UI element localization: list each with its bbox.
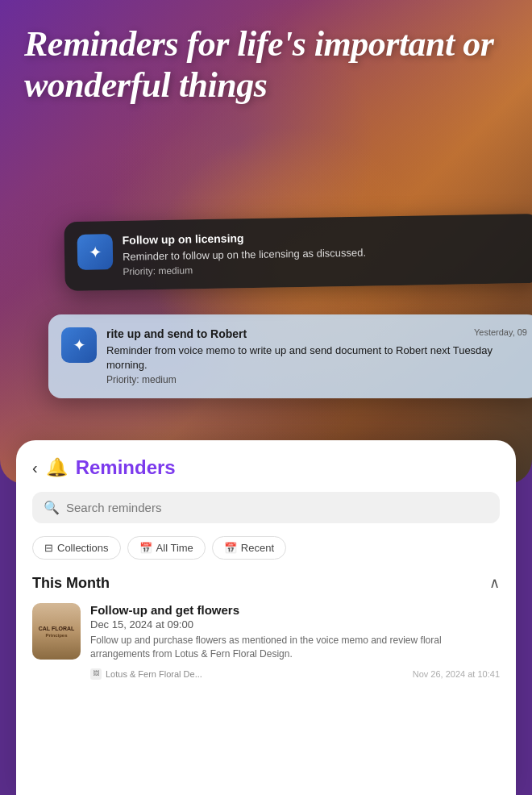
reminder-thumbnail: CAL FLORAL Principes bbox=[32, 603, 81, 660]
reminder-title: Follow-up and get flowers bbox=[90, 603, 500, 617]
alltime-label: All Time bbox=[156, 542, 193, 554]
section-title: This Month bbox=[32, 575, 110, 592]
recent-label: Recent bbox=[241, 542, 274, 554]
reminder-item[interactable]: CAL FLORAL Principes Follow-up and get f… bbox=[32, 603, 500, 680]
thumb-line1: CAL FLORAL bbox=[39, 626, 75, 631]
notification-card-light: ✦ rite up and send to Robert Yesterday, … bbox=[48, 314, 532, 398]
collapse-button[interactable]: ∧ bbox=[489, 574, 500, 592]
section-header: This Month ∧ bbox=[32, 574, 500, 592]
search-bar: 🔍 bbox=[32, 492, 500, 523]
collections-icon: ⊟ bbox=[44, 542, 53, 554]
reminder-body: Follow up and purchase flowers as mentio… bbox=[90, 634, 500, 662]
bell-icon: 🔔 bbox=[46, 457, 68, 478]
source-icon: 🖼 bbox=[90, 668, 102, 680]
collections-label: Collections bbox=[57, 542, 109, 554]
notification-content-light: rite up and send to Robert Yesterday, 09… bbox=[106, 327, 527, 385]
thumb-line2: Principes bbox=[45, 633, 67, 638]
recent-icon: 📅 bbox=[224, 542, 237, 554]
panel-header: ‹ 🔔 Reminders bbox=[32, 456, 500, 479]
star-icon-2: ✦ bbox=[73, 335, 86, 355]
panel-title: Reminders bbox=[76, 456, 176, 479]
reminder-timestamp: Nov 26, 2024 at 10:41 bbox=[413, 669, 500, 679]
notif-body-light: Reminder from voice memo to write up and… bbox=[106, 343, 527, 373]
app-icon-light: ✦ bbox=[61, 327, 97, 363]
reminder-source: 🖼 Lotus & Fern Floral De... bbox=[90, 668, 202, 680]
notif-time: Yesterday, 09 bbox=[474, 327, 527, 337]
reminder-source-row: 🖼 Lotus & Fern Floral De... Nov 26, 2024… bbox=[90, 668, 500, 680]
notif-title-light: rite up and send to Robert bbox=[106, 327, 247, 340]
main-panel: ‹ 🔔 Reminders 🔍 ⊟ Collections 📅 All Time… bbox=[16, 440, 516, 795]
thumb-inner: CAL FLORAL Principes bbox=[32, 603, 81, 660]
app-icon-dark: ✦ bbox=[77, 234, 114, 270]
hero-title: Reminders for life's important or wonder… bbox=[24, 24, 508, 106]
filter-recent[interactable]: 📅 Recent bbox=[212, 536, 286, 560]
star-icon: ✦ bbox=[88, 242, 102, 261]
reminder-content: Follow-up and get flowers Dec 15, 2024 a… bbox=[90, 603, 500, 680]
filter-row: ⊟ Collections 📅 All Time 📅 Recent bbox=[32, 536, 500, 560]
search-input[interactable] bbox=[66, 501, 488, 514]
search-icon: 🔍 bbox=[44, 500, 60, 515]
notification-card-dark: ✦ Follow up on licensing Reminder to fol… bbox=[64, 214, 532, 291]
notif-priority-light: Priority: medium bbox=[106, 374, 527, 385]
source-label: Lotus & Fern Floral De... bbox=[106, 669, 202, 679]
filter-collections[interactable]: ⊟ Collections bbox=[32, 536, 121, 560]
notification-content-dark: Follow up on licensing Reminder to follo… bbox=[123, 227, 528, 277]
alltime-icon: 📅 bbox=[139, 542, 152, 554]
reminder-date: Dec 15, 2024 at 09:00 bbox=[90, 618, 500, 631]
filter-alltime[interactable]: 📅 All Time bbox=[127, 536, 206, 560]
back-button[interactable]: ‹ bbox=[32, 459, 38, 477]
